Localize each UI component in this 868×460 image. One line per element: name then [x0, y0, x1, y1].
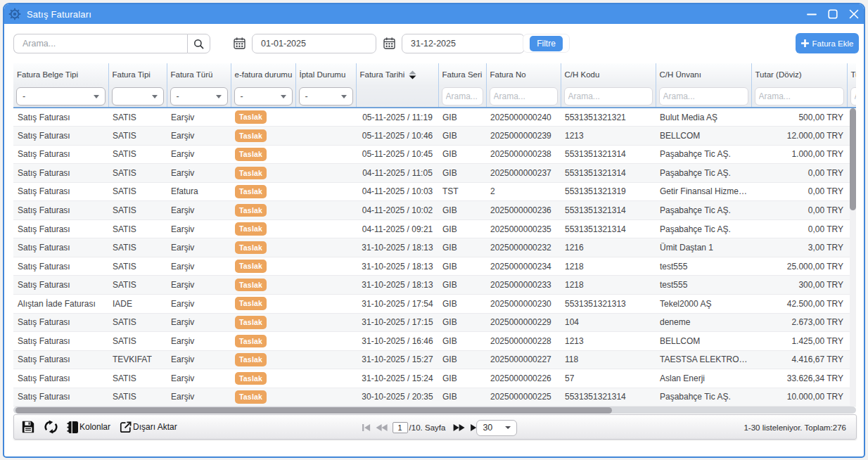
- vertical-scrollbar-thumb[interactable]: [850, 108, 856, 210]
- search-group: [13, 34, 210, 53]
- cell-fatura-tipi: SATIS: [108, 108, 167, 127]
- cell-fatura-tarihi: 05-11-2025 / 10:45: [356, 145, 438, 164]
- export-button[interactable]: Dışarı Aktar: [119, 421, 177, 434]
- columns-button[interactable]: Kolonlar: [67, 421, 110, 434]
- filter-button[interactable]: Filtre: [530, 36, 563, 51]
- filter-input-tutar-doviz[interactable]: [755, 87, 844, 106]
- table-row[interactable]: Satış FaturasıSATISEarşivTaslak31-10-202…: [13, 313, 856, 332]
- calendar-icon-from[interactable]: [234, 37, 245, 49]
- cell-fatura-no: 2025000000240: [486, 108, 561, 127]
- filter-input-c-h-kodu[interactable]: [564, 87, 653, 106]
- chevron-down-icon: [216, 95, 222, 98]
- cell-i-ptal-durumu: [295, 182, 356, 201]
- titlebar: Satış Faturaları: [4, 4, 864, 24]
- table-row[interactable]: Satış FaturasıSATISEarşivTaslak30-10-202…: [13, 388, 856, 407]
- prev-page-button[interactable]: [376, 423, 388, 432]
- column-header-fatura-belge-tipi[interactable]: Fatura Belge Tipi: [13, 63, 108, 86]
- cell-tutar-doviz: 0,00 TRY: [751, 164, 847, 183]
- cell-fatura-seri: GIB: [438, 332, 486, 351]
- filter-cell-fatura-belge-tipi: -: [13, 86, 108, 108]
- cell-e-fatura-durumu: Taslak: [231, 332, 295, 351]
- cell-fatura-seri: GIB: [438, 238, 486, 257]
- table-row[interactable]: Satış FaturasıSATISEarşivTaslak04-11-202…: [13, 219, 856, 238]
- cell-c-h-kodu: 5531351321314: [561, 201, 656, 220]
- vertical-scrollbar[interactable]: [850, 108, 856, 407]
- cell-fatura-tipi: SATIS: [108, 276, 167, 295]
- table-row[interactable]: Satış FaturasıSATISEarşivTaslak04-11-202…: [13, 201, 856, 220]
- column-header-tutar-doviz[interactable]: Tutar (Döviz): [751, 63, 847, 86]
- cell-e-fatura-durumu: Taslak: [231, 350, 295, 369]
- filter-select-fatura-tipi[interactable]: [112, 87, 164, 106]
- table-row[interactable]: Satış FaturasıSATISEarşivTaslak05-11-202…: [13, 127, 856, 146]
- cell-c-h-kodu: 1218: [561, 257, 656, 276]
- cell-fatura-tipi: IADE: [108, 294, 167, 313]
- column-header-inner: İptal Durumu: [300, 70, 354, 79]
- horizontal-scrollbar-thumb[interactable]: [15, 407, 612, 414]
- column-header-c-h-unvani[interactable]: C/H Ünvanı: [656, 63, 751, 86]
- filter-select-fatura-belge-tipi[interactable]: -: [16, 87, 106, 106]
- horizontal-scrollbar[interactable]: [13, 407, 856, 414]
- search-button[interactable]: [187, 34, 210, 53]
- refresh-button[interactable]: [44, 420, 58, 434]
- filter-select-e-fatura-durumu[interactable]: -: [234, 87, 293, 106]
- column-header-i-ptal-durumu[interactable]: İptal Durumu: [295, 63, 356, 86]
- cell-fatura-turu: Earşiv: [167, 276, 231, 295]
- table-row[interactable]: Satış FaturasıSATISEarşivTaslak31-10-202…: [13, 257, 856, 276]
- cell-fatura-turu: Earşiv: [167, 388, 231, 407]
- filter-select-fatura-turu[interactable]: -: [170, 87, 228, 106]
- table-row[interactable]: Satış FaturasıSATISEfaturaTaslak04-11-20…: [13, 182, 856, 201]
- cell-fatura-no: 2025000000230: [486, 294, 561, 313]
- cell-c-h-kodu: 5531351321314: [561, 388, 656, 407]
- table-row[interactable]: Satış FaturasıSATISEarşivTaslak31-10-202…: [13, 369, 856, 388]
- filter-select-i-ptal-durumu[interactable]: -: [299, 87, 353, 106]
- cell-c-h-kodu: 5531351321314: [561, 164, 656, 183]
- cell-e-fatura-durumu: Taslak: [231, 369, 295, 388]
- filter-input-c-h-unvani[interactable]: [659, 87, 748, 106]
- minimize-button[interactable]: [806, 8, 817, 20]
- table-row[interactable]: Satış FaturasıSATISEarşivTaslak31-10-202…: [13, 276, 856, 295]
- table-row[interactable]: Satış FaturasıSATISEarşivTaslak05-11-202…: [13, 145, 856, 164]
- cell-fatura-belge-tipi: Satış Faturası: [13, 127, 108, 146]
- next-page-button[interactable]: [453, 423, 465, 432]
- column-header-inner: C/H Kodu: [565, 70, 653, 79]
- calendar-icon-to[interactable]: [383, 37, 395, 49]
- table-row[interactable]: Satış FaturasıSATISEarşivTaslak05-11-202…: [13, 108, 856, 127]
- date-to-input[interactable]: [402, 34, 525, 53]
- table-row[interactable]: Satış FaturasıSATISEarşivTaslak31-10-202…: [13, 332, 856, 351]
- column-header-c-h-kodu[interactable]: C/H Kodu: [561, 63, 656, 86]
- date-from-input[interactable]: [252, 34, 376, 53]
- maximize-button[interactable]: [827, 8, 838, 20]
- cell-fatura-seri: GIB: [438, 108, 486, 127]
- cell-fatura-belge-tipi: Satış Faturası: [13, 145, 108, 164]
- column-header-fatura-seri[interactable]: Fatura Seri: [438, 63, 486, 86]
- column-header-fatura-tipi[interactable]: Fatura Tipi: [108, 63, 167, 86]
- table-row[interactable]: Alıştan İade FaturasıIADEEarşivTaslak31-…: [13, 294, 856, 313]
- cell-c-h-kodu: 118: [561, 350, 656, 369]
- table-row[interactable]: Satış FaturasıTEVKIFATEarşivTaslak31-10-…: [13, 350, 856, 369]
- page-size-select[interactable]: 30: [476, 420, 517, 436]
- column-header-fatura-no[interactable]: Fatura No: [486, 63, 561, 86]
- page-number-input[interactable]: [392, 422, 408, 433]
- cell-c-h-unvani: Ümit Daştan 1: [656, 238, 751, 257]
- close-button[interactable]: [848, 8, 860, 20]
- pagination: /10. Sayfa 30: [362, 415, 518, 440]
- table-row[interactable]: Satış FaturasıSATISEarşivTaslak31-10-202…: [13, 238, 856, 257]
- filter-input-tu[interactable]: [850, 87, 857, 106]
- first-page-button[interactable]: [362, 423, 371, 432]
- table-row[interactable]: Satış FaturasıSATISEarşivTaslak04-11-202…: [13, 164, 856, 183]
- cell-i-ptal-durumu: [295, 257, 356, 276]
- filter-input-fatura-no[interactable]: [490, 87, 558, 106]
- filter-input-fatura-seri[interactable]: [442, 87, 483, 106]
- column-header-fatura-turu[interactable]: Fatura Türü: [167, 63, 231, 86]
- column-header-label: Tutar (Döviz): [755, 70, 802, 79]
- column-header-e-fatura-durumu[interactable]: e-fatura durumu: [231, 63, 295, 86]
- save-layout-button[interactable]: [21, 420, 35, 434]
- search-input[interactable]: [13, 34, 187, 53]
- cell-fatura-belge-tipi: Satış Faturası: [13, 164, 108, 183]
- column-header-fatura-tarihi[interactable]: Fatura Tarihi: [356, 63, 438, 86]
- add-invoice-button[interactable]: Fatura Ekle: [796, 33, 859, 53]
- column-header-tu[interactable]: Tu: [847, 63, 856, 86]
- cell-c-h-unvani: Bulut Media AŞ: [656, 108, 751, 127]
- cell-i-ptal-durumu: [295, 350, 356, 369]
- cell-i-ptal-durumu: [295, 108, 356, 127]
